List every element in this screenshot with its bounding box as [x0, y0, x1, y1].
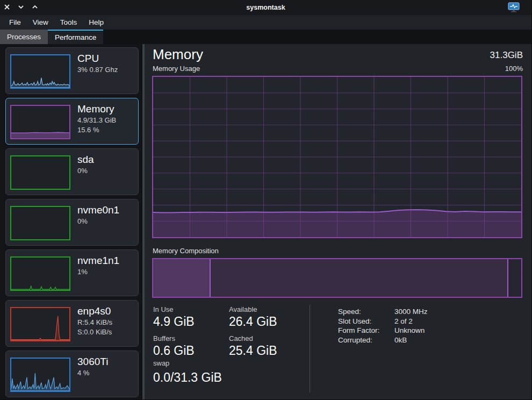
sidebar-item-stat: 1%	[77, 267, 119, 277]
sidebar-item-name: CPU	[77, 52, 118, 65]
sidebar-item-name: nvme1n1	[77, 254, 119, 267]
usage-graph-label: Memory Usage	[153, 65, 200, 73]
memory-usage-graph	[152, 76, 522, 238]
sda-sparkline	[10, 155, 70, 190]
memory-details: Speed: 3000 MHz Slot Used: 2 of 2 Form F…	[338, 307, 428, 345]
sidebar-item-nvme0n1[interactable]: nvme0n1 0%	[5, 199, 139, 246]
stat-label-cached: Cached	[229, 334, 315, 342]
composition-label: Memory Composition	[153, 247, 219, 255]
window-title: sysmontask	[0, 4, 531, 11]
enp4s0-sparkline	[10, 307, 70, 341]
sidebar-item-3060ti[interactable]: 3060Ti 4 %	[5, 351, 139, 397]
sidebar-item-stat: R:5.4 KiB/s	[77, 318, 112, 327]
swap-stats: swap 0.0/31.3 GiB	[153, 359, 222, 385]
composition-segment-free	[508, 259, 521, 297]
detail-label-form-factor: Form Factor:	[338, 326, 394, 335]
sidebar-item-name: enp4s0	[77, 305, 112, 318]
app-window: sysmontask File View Tools Help Processe…	[0, 0, 532, 400]
tab-performance[interactable]: Performance	[48, 30, 103, 44]
sidebar-item-stat: 0%	[77, 166, 94, 176]
sidebar-item-name: 3060Ti	[77, 355, 108, 368]
nvme1n1-sparkline	[10, 256, 70, 291]
usage-scale-max: 100%	[505, 65, 523, 73]
stat-value-available: 26.4 GiB	[229, 315, 315, 329]
menu-file[interactable]: File	[3, 16, 27, 28]
sidebar-item-stat: 4 %	[77, 368, 108, 378]
sidebar-item-name: nvme0n1	[77, 204, 119, 217]
tab-bar: Processes Performance	[0, 30, 531, 44]
memory-composition-bar	[152, 258, 522, 298]
stat-label-swap: swap	[153, 359, 222, 367]
sidebar-item-stat: 15.6 %	[77, 125, 116, 135]
detail-row: Corrupted: 0kB	[338, 335, 428, 345]
detail-value-form-factor: Unknown	[394, 326, 425, 335]
sidebar-item-sda[interactable]: sda 0%	[5, 148, 139, 195]
cpu-sparkline	[10, 54, 70, 89]
detail-row: Slot Used: 2 of 2	[338, 317, 428, 326]
memory-stats: In Use Available 4.9 GiB 26.4 GiB Buffer…	[153, 305, 315, 363]
detail-value-corrupted: 0kB	[394, 335, 407, 345]
sidebar-item-memory[interactable]: Memory 4.9/31.3 GiB 15.6 %	[5, 98, 139, 145]
total-capacity: 31.3GiB	[490, 50, 523, 61]
detail-label-corrupted: Corrupted:	[338, 335, 394, 345]
menubar: File View Tools Help	[0, 15, 531, 30]
stat-label-in-use: In Use	[153, 305, 229, 313]
nvme0n1-sparkline	[10, 206, 70, 240]
content-area: CPU 3% 0.87 Ghz Memory 4.9/31.3 GiB 15.6…	[0, 44, 532, 400]
menu-view[interactable]: View	[27, 16, 54, 28]
menu-help[interactable]: Help	[83, 16, 110, 28]
stat-label-buffers: Buffers	[153, 334, 229, 342]
stat-value-swap: 0.0/31.3 GiB	[153, 370, 222, 385]
titlebar: sysmontask	[0, 0, 531, 15]
sidebar-item-name: Memory	[77, 103, 116, 116]
stat-label-available: Available	[229, 305, 315, 313]
stat-value-buffers: 0.6 GiB	[153, 344, 229, 358]
sidebar-item-stat: S:0.0 KiB/s	[77, 327, 112, 337]
sidebar-item-stat: 0%	[77, 217, 119, 226]
performance-sidebar: CPU 3% 0.87 Ghz Memory 4.9/31.3 GiB 15.6…	[0, 44, 141, 400]
sidebar-item-nvme1n1[interactable]: nvme1n1 1%	[5, 249, 139, 296]
detail-value-speed: 3000 MHz	[394, 307, 428, 317]
detail-value-slot-used: 2 of 2	[394, 317, 413, 326]
detail-row: Form Factor: Unknown	[338, 326, 428, 335]
gpu-sparkline	[10, 358, 70, 392]
sidebar-item-stat: 4.9/31.3 GiB	[77, 116, 116, 125]
panel-title: Memory	[153, 46, 203, 63]
stat-value-cached: 25.4 GiB	[229, 344, 315, 358]
sidebar-item-enp4s0[interactable]: enp4s0 R:5.4 KiB/s S:0.0 KiB/s	[5, 300, 139, 347]
memory-sparkline	[10, 105, 70, 139]
stats-divider	[310, 305, 310, 392]
detail-label-slot-used: Slot Used:	[338, 317, 394, 326]
sidebar-item-name: sda	[77, 153, 94, 166]
app-icon	[508, 2, 520, 13]
sidebar-item-cpu[interactable]: CPU 3% 0.87 Ghz	[5, 47, 139, 94]
composition-segment-cached	[211, 259, 508, 297]
menu-tools[interactable]: Tools	[54, 16, 83, 28]
tab-processes[interactable]: Processes	[0, 30, 48, 44]
sidebar-item-stat: 3% 0.87 Ghz	[77, 65, 118, 75]
composition-segment-in-use	[153, 259, 211, 297]
detail-label-speed: Speed:	[338, 307, 394, 317]
detail-row: Speed: 3000 MHz	[338, 307, 428, 317]
memory-panel: Memory 31.3GiB Memory Usage 100% Memory …	[145, 44, 532, 400]
stat-value-in-use: 4.9 GiB	[153, 315, 229, 329]
